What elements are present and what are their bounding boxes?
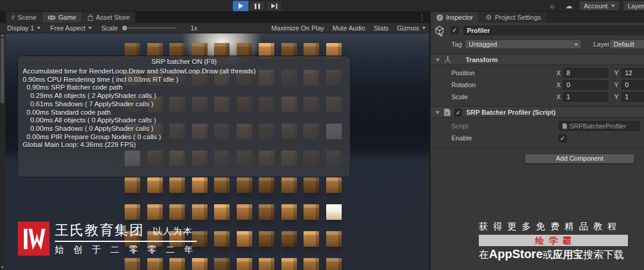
- mute-label: Mute Audio: [333, 24, 366, 32]
- shopping-bag-icon: [88, 14, 93, 21]
- brand-motto: 以人为本: [153, 225, 193, 238]
- tab-inspector[interactable]: i Inspector: [431, 12, 479, 23]
- step-button[interactable]: [266, 1, 282, 11]
- aspect-dropdown[interactable]: Free Aspect: [50, 24, 92, 32]
- cube: [214, 204, 230, 220]
- maximize-on-play-toggle[interactable]: Maximize On Play: [271, 24, 324, 32]
- enable-row: Enable ✓: [431, 133, 644, 145]
- play-controls: [233, 1, 282, 11]
- slider-track[interactable]: [127, 27, 176, 29]
- tab-scene[interactable]: # Scene: [6, 12, 42, 23]
- cube: [281, 258, 297, 270]
- game-toolbar-right: Maximize On Play Mute Audio Stats Gizmos: [271, 24, 426, 32]
- stats-toggle[interactable]: Stats: [374, 24, 389, 32]
- layer-label: Layer: [593, 41, 610, 48]
- script-reference-field[interactable]: SRPBatcherProfiler: [559, 121, 640, 131]
- rotation-y-field[interactable]: 0: [621, 80, 644, 90]
- tag-dropdown[interactable]: Untagged: [465, 39, 581, 49]
- foldout-icon[interactable]: [435, 59, 440, 62]
- view-tab-bar: # Scene Game Asset Store ⋮: [0, 12, 429, 23]
- divider: [431, 148, 644, 149]
- activity-spinner-icon[interactable]: ☼: [546, 2, 559, 10]
- cube: [214, 177, 230, 193]
- display-dropdown[interactable]: Display 1: [7, 24, 41, 32]
- account-dropdown[interactable]: Account: [579, 1, 620, 11]
- overlay-line: Global Main Loop: 4.36ms (229 FPS): [23, 141, 345, 149]
- layers-dropdown[interactable]: Layers: [623, 1, 644, 11]
- cube: [304, 177, 319, 193]
- tag-layer-row: Tag Untagged Layer Default: [431, 39, 644, 51]
- gizmos-dropdown[interactable]: Gizmos: [397, 24, 426, 32]
- x-axis-label: X: [556, 93, 561, 100]
- divider: [55, 241, 197, 242]
- chevron-down-icon: [88, 27, 92, 29]
- brand-logo: [18, 222, 49, 256]
- cube: [326, 231, 342, 247]
- tab-game[interactable]: Game: [42, 12, 82, 23]
- layer-dropdown[interactable]: Default: [609, 39, 644, 49]
- tab-inspector-label: Inspector: [446, 14, 473, 21]
- cube: [326, 204, 342, 220]
- cube: [259, 258, 274, 270]
- active-checkbox[interactable]: ✓: [451, 26, 459, 34]
- tab-game-label: Game: [58, 14, 76, 21]
- script-label: Script: [451, 122, 468, 130]
- overlay-line: 0.00ms Standard code path: [23, 109, 345, 117]
- position-x-field[interactable]: 8: [563, 68, 608, 78]
- download-text: 在: [479, 248, 489, 262]
- object-name-field[interactable]: Profiler: [463, 26, 644, 35]
- tab-project-settings[interactable]: ⚙ Project Settings: [479, 12, 547, 23]
- cube: [326, 258, 342, 270]
- tab-project-settings-label: Project Settings: [495, 14, 541, 21]
- y-axis-label: Y: [614, 93, 618, 100]
- script-row: Script SRPBatcherProfiler: [431, 121, 644, 133]
- script-component-header[interactable]: # ✓ SRP Batcher Profiler (Script): [431, 106, 644, 118]
- scale-y-field[interactable]: 1: [621, 92, 644, 102]
- position-y-field[interactable]: 12: [621, 68, 644, 78]
- cube: [281, 231, 297, 247]
- cube: [192, 177, 208, 193]
- rotation-x-field[interactable]: 0: [563, 80, 608, 90]
- left-scrollbar[interactable]: [0, 33, 5, 270]
- cube: [304, 231, 319, 247]
- display-label: Display 1: [7, 24, 34, 32]
- aspect-label: Free Aspect: [50, 24, 85, 32]
- unity-editor-window: ☼ ☁ Account Layers # Scene Game Asset St…: [0, 0, 644, 270]
- cube: [169, 177, 185, 193]
- slider-knob[interactable]: [122, 26, 127, 30]
- pause-button[interactable]: [249, 1, 265, 11]
- play-button[interactable]: [233, 1, 249, 11]
- kebab-menu-icon[interactable]: ⋮: [414, 12, 429, 23]
- tab-asset-store[interactable]: Asset Store: [82, 12, 135, 23]
- script-file-icon: [562, 123, 567, 129]
- chevron-down-icon: [422, 27, 426, 29]
- cube: [304, 258, 319, 270]
- cube-icon[interactable]: [434, 25, 445, 36]
- y-axis-label: Y: [614, 81, 618, 88]
- add-component-button[interactable]: Add Component: [525, 154, 634, 164]
- scroll-down-icon[interactable]: [1, 266, 4, 269]
- add-component-area: Add Component: [431, 154, 644, 171]
- component-enabled-checkbox[interactable]: ✓: [454, 109, 462, 116]
- scale-slider[interactable]: [122, 26, 176, 30]
- transform-header[interactable]: Transform: [431, 54, 644, 65]
- cube: [304, 204, 319, 220]
- scroll-up-icon[interactable]: [1, 34, 4, 36]
- play-icon: [239, 3, 243, 9]
- foldout-icon[interactable]: [435, 111, 440, 114]
- cube: [237, 204, 252, 220]
- cube: [125, 177, 140, 193]
- enable-label: Enable: [451, 134, 472, 142]
- scale-x-field[interactable]: 1: [563, 92, 608, 102]
- gameobject-header: ✓ Profiler: [431, 24, 644, 38]
- scrollbar-thumb[interactable]: [1, 38, 4, 103]
- cube: [237, 177, 252, 193]
- tag-value: Untagged: [469, 41, 497, 48]
- cloud-services-icon[interactable]: ☁: [562, 2, 575, 10]
- cube: [214, 258, 230, 270]
- mute-audio-toggle[interactable]: Mute Audio: [333, 24, 366, 32]
- cube: [259, 204, 274, 220]
- cube: [147, 258, 163, 270]
- enable-checkbox[interactable]: ✓: [559, 134, 566, 142]
- download-text: 或: [543, 248, 553, 262]
